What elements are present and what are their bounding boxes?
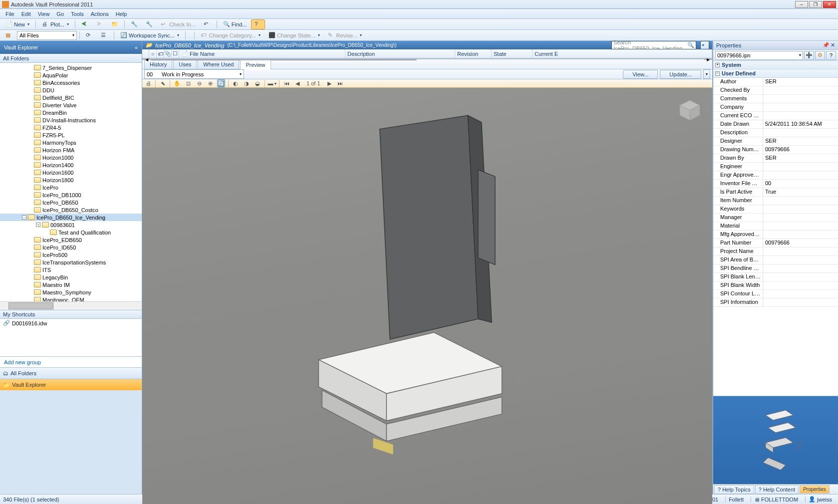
first-page-icon[interactable]: ⏮: [282, 79, 290, 87]
property-row[interactable]: Date Drawn5/24/2011 10:38:54 AM: [713, 120, 838, 129]
property-row[interactable]: DesignerSER: [713, 137, 838, 146]
tab-preview[interactable]: Preview: [240, 60, 271, 69]
property-row[interactable]: AuthorSER: [713, 78, 838, 86]
zoom-out-icon[interactable]: ⊖: [195, 79, 203, 87]
tree-folder[interactable]: IcePro_ID650: [0, 244, 142, 251]
property-value[interactable]: [763, 256, 838, 264]
property-value[interactable]: SER: [763, 154, 838, 162]
tab-help-topics[interactable]: ?Help Topics: [714, 485, 754, 494]
tree-folder[interactable]: Horizon1000: [0, 154, 142, 161]
tree-folder[interactable]: IcePro_DB650: [0, 199, 142, 206]
view-button[interactable]: View...: [623, 70, 658, 79]
update-button[interactable]: Update...: [660, 70, 701, 79]
menu-actions[interactable]: Actions: [87, 10, 112, 18]
folder-tree[interactable]: 7_Series_DispenserAquaPolarBinAccessorie…: [0, 63, 142, 301]
tab-whereused[interactable]: Where Used: [198, 59, 239, 69]
preview-canvas[interactable]: [142, 88, 712, 504]
property-row[interactable]: SPI Bendline Length: [713, 264, 838, 273]
find-button[interactable]: 🔍Find...: [220, 19, 251, 29]
property-row[interactable]: SPI Blank Length: [713, 273, 838, 281]
tree-folder[interactable]: Manitowoc_OEM: [0, 296, 142, 301]
tree-folder[interactable]: LegacyBin: [0, 273, 142, 281]
print-icon[interactable]: 🖨: [144, 79, 152, 87]
tab-history[interactable]: History: [144, 59, 172, 69]
back-button[interactable]: ⮜: [78, 19, 92, 29]
tool-btn-2[interactable]: 🔧: [142, 19, 156, 29]
col-state[interactable]: State: [492, 49, 533, 58]
property-row[interactable]: Is Part ActiveTrue: [713, 188, 838, 197]
menu-view[interactable]: View: [34, 10, 53, 18]
property-value[interactable]: True: [763, 188, 838, 196]
tree-folder[interactable]: Maestro IM: [0, 281, 142, 288]
tree-folder[interactable]: Maestro_Symphony: [0, 288, 142, 296]
menu-file[interactable]: File: [2, 10, 18, 18]
property-value[interactable]: [763, 103, 838, 111]
property-value[interactable]: [763, 95, 838, 103]
tree-folder[interactable]: DDU: [0, 86, 142, 94]
property-value[interactable]: [763, 273, 838, 281]
scroll-right-icon[interactable]: ▶: [704, 59, 712, 60]
scroll-thumb[interactable]: [151, 59, 417, 60]
search-input[interactable]: Search IcePro_DB650_Ice_Vending 🔍: [611, 41, 696, 49]
search-options-button[interactable]: [700, 41, 709, 49]
tab-help-content[interactable]: ?Help Content: [755, 485, 799, 494]
col-current[interactable]: Current E: [533, 49, 712, 58]
property-value[interactable]: [763, 129, 838, 137]
tree-folder[interactable]: +00983601: [0, 221, 142, 229]
property-row[interactable]: SPI Area of Boundin...: [713, 256, 838, 264]
close-button[interactable]: ✕: [823, 1, 836, 8]
tree-folder[interactable]: −IcePro_DB650_Ice_Vending: [0, 214, 142, 221]
view-mode-button[interactable]: ▦: [2, 30, 16, 40]
property-value[interactable]: [763, 197, 838, 205]
property-value[interactable]: 00979666: [763, 146, 838, 154]
tab-properties[interactable]: Properties: [800, 485, 830, 494]
tree-folder[interactable]: Dellfield_BIC: [0, 94, 142, 101]
tree-folder[interactable]: IcePro: [0, 184, 142, 191]
help-button[interactable]: ?: [251, 19, 265, 29]
prev-page-icon[interactable]: ◀: [293, 79, 301, 87]
properties-grid[interactable]: +System −User Defined AuthorSERChecked B…: [713, 61, 838, 396]
minimize-button[interactable]: –: [795, 1, 808, 8]
property-value[interactable]: SER: [763, 78, 838, 86]
menu-edit[interactable]: Edit: [18, 10, 34, 18]
tree-folder[interactable]: FZR5-PL: [0, 131, 142, 139]
viewcube-icon[interactable]: [677, 98, 702, 123]
shortcuts-header[interactable]: My Shortcuts: [0, 310, 142, 319]
col-filename[interactable]: 📄 File Name: [179, 49, 345, 58]
property-row[interactable]: Engr Approved By: [713, 171, 838, 180]
property-value[interactable]: 00979666: [763, 239, 838, 247]
property-row[interactable]: Project Name: [713, 248, 838, 256]
nav-1-icon[interactable]: ◐: [232, 79, 240, 87]
property-row[interactable]: SPI Blank Width: [713, 281, 838, 290]
up-button[interactable]: 📁: [108, 19, 122, 29]
property-value[interactable]: [763, 222, 838, 230]
property-value[interactable]: [763, 281, 838, 289]
close-panel-icon[interactable]: ✕: [831, 42, 835, 48]
property-value[interactable]: 5/24/2011 10:38:54 AM: [763, 120, 838, 128]
zoom-in-icon[interactable]: ⊕: [206, 79, 214, 87]
nav-3-icon[interactable]: ◒: [254, 79, 262, 87]
tree-folder[interactable]: Test and Qualification: [0, 229, 142, 236]
tree-folder[interactable]: IceTransportationSystems: [0, 258, 142, 266]
property-row[interactable]: Mfg Approved By: [713, 231, 838, 239]
property-row[interactable]: Current ECO Number: [713, 112, 838, 120]
property-row[interactable]: Drawing Number00979666: [713, 146, 838, 154]
file-select-combo[interactable]: 00979666.ipn▾: [715, 51, 803, 60]
update-options-button[interactable]: ▾: [703, 69, 710, 79]
col-status[interactable]: ○: [149, 49, 157, 58]
property-value[interactable]: [763, 248, 838, 255]
display-mode-icon[interactable]: ▬: [268, 79, 276, 87]
property-row[interactable]: Drawn BySER: [713, 154, 838, 163]
expander-icon[interactable]: −: [22, 215, 26, 220]
prop-btn-1[interactable]: ➕: [804, 51, 814, 60]
tree-folder[interactable]: HarmonyTops: [0, 139, 142, 146]
col-tag[interactable]: 🏷: [157, 49, 164, 58]
new-button[interactable]: 📄New: [2, 19, 33, 29]
property-value[interactable]: [763, 290, 838, 298]
property-row[interactable]: Manager: [713, 214, 838, 222]
property-row[interactable]: Description: [713, 129, 838, 137]
nav-2-icon[interactable]: ◑: [243, 79, 251, 87]
property-value[interactable]: [763, 231, 838, 239]
last-page-icon[interactable]: ⏭: [336, 79, 344, 87]
menu-tools[interactable]: Tools: [67, 10, 87, 18]
